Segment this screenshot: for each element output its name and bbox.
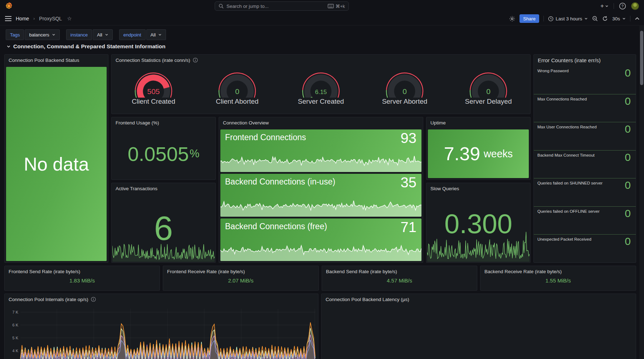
- error-counter-row[interactable]: Queries failed on OFFLINE server0: [534, 207, 636, 235]
- gauge-label: Server Created: [298, 98, 344, 105]
- panel-active-transactions[interactable]: Active Transactions 6: [111, 183, 216, 263]
- active-transactions-sparkline: [112, 234, 215, 262]
- overview-tile-3[interactable]: Backend Connections (free)71: [220, 218, 421, 261]
- panel-rate-1[interactable]: Frontend Send Rate (irate byte/s)1.83 Mi…: [4, 266, 160, 291]
- dashboard-toolbar: Home › ProxySQL ☆ Share Last 3 hours: [0, 12, 644, 25]
- breadcrumb-home[interactable]: Home: [16, 16, 29, 21]
- refresh-icon[interactable]: [602, 16, 608, 21]
- error-counter-row[interactable]: Max Connections Reached0: [534, 94, 636, 123]
- panel-connection-statistics[interactable]: Connection Statistics (irate conn/s) 505…: [111, 54, 531, 114]
- chevron-down-icon: [584, 17, 588, 20]
- grafana-logo-icon[interactable]: [5, 2, 13, 10]
- panel-backend-latency[interactable]: Connection Pool Backend Latency (µs): [321, 294, 636, 359]
- panel-title[interactable]: Frontend Usage (%): [112, 117, 215, 128]
- top-nav-bar: Search or jump to... ⌘+k + ?: [0, 0, 644, 12]
- panel-connection-overview[interactable]: Connection Overview Frontend Connections…: [219, 117, 423, 263]
- panel-rate-3[interactable]: Backend Send Rate (irate byte/s)4.57 MiB…: [322, 266, 477, 291]
- chevron-down-icon: [158, 33, 162, 36]
- error-value: 0: [625, 67, 631, 79]
- error-counter-row[interactable]: Max User Connections Reached0: [534, 122, 636, 151]
- help-icon[interactable]: ?: [619, 3, 626, 10]
- add-menu-button[interactable]: +: [600, 3, 609, 10]
- panel-title[interactable]: Error Counters (irate err/s): [534, 55, 636, 65]
- breadcrumb-current[interactable]: ProxySQL: [39, 16, 62, 21]
- search-icon: [219, 4, 224, 9]
- search-input[interactable]: Search or jump to... ⌘+k: [215, 1, 349, 11]
- gauge-arc: 0: [462, 67, 515, 98]
- panel-title[interactable]: Connection Pool Backend Latency (µs): [322, 294, 636, 305]
- refresh-interval-picker[interactable]: 30s: [612, 16, 626, 21]
- panel-title[interactable]: Backend Send Rate (irate byte/s): [322, 266, 477, 277]
- tile-value: 93: [401, 130, 417, 146]
- gauge-arc: 6.15: [294, 67, 348, 98]
- tile-value: 71: [401, 219, 417, 235]
- panel-uptime[interactable]: Uptime 7.39weeks: [426, 117, 531, 180]
- filter-value-text: All: [97, 32, 102, 38]
- tile-label: Frontend Connections: [225, 133, 306, 142]
- panel-title[interactable]: Connection Overview: [219, 117, 423, 128]
- error-counter-row[interactable]: Queries failed on SHUNNED server0: [534, 178, 636, 207]
- error-counter-row[interactable]: Backend Max Connect Timeout0: [534, 151, 636, 179]
- rate-value: 2.07 MiB/s: [163, 277, 318, 284]
- svg-text:0: 0: [402, 87, 407, 95]
- panel-error-counters[interactable]: Error Counters (irate err/s) Wrong Passw…: [533, 54, 636, 263]
- overview-tile-2[interactable]: Backend Connections (in-use)35: [220, 174, 421, 216]
- user-avatar[interactable]: [631, 2, 639, 10]
- clock-icon: [548, 16, 553, 21]
- filter-value-dropdown[interactable]: All: [93, 29, 112, 40]
- tile-sparkline: [220, 153, 421, 172]
- settings-gear-icon[interactable]: [509, 16, 515, 22]
- error-value: 0: [625, 95, 631, 107]
- panel-title[interactable]: Slow Queries: [426, 183, 530, 194]
- panel-title[interactable]: Connection Statistics (irate conn/s): [112, 55, 530, 65]
- gauge-server-delayed[interactable]: 0Server Delayed: [447, 67, 530, 112]
- svg-text:?: ?: [621, 4, 624, 8]
- filter-value-dropdown[interactable]: balancers: [25, 29, 59, 40]
- info-icon[interactable]: [193, 58, 198, 63]
- filter-label-tags[interactable]: Tags: [6, 29, 24, 40]
- filter-value-dropdown[interactable]: All: [146, 29, 166, 40]
- panel-slow-queries[interactable]: Slow Queries 0.300: [426, 183, 531, 263]
- panel-pool-internals[interactable]: Connection Pool Internals (irate op/s) 7…: [4, 294, 318, 359]
- menu-icon[interactable]: [5, 16, 11, 21]
- gauge-client-aborted[interactable]: 0Client Aborted: [195, 67, 279, 112]
- panel-rate-2[interactable]: Frontend Receive Rate (irate byte/s)2.07…: [163, 266, 319, 291]
- filter-label-instance[interactable]: instance: [66, 29, 92, 40]
- panel-title[interactable]: Backend Receive Rate (irate byte/s): [480, 266, 636, 277]
- scrollbar-track[interactable]: [639, 25, 644, 359]
- error-counter-row[interactable]: Unexpected Packet Received0: [534, 235, 636, 262]
- panel-title[interactable]: Active Transactions: [112, 183, 215, 194]
- panel-rate-4[interactable]: Backend Receive Rate (irate byte/s)1.55 …: [480, 266, 636, 291]
- panel-title[interactable]: Connection Pool Backend Status: [5, 55, 108, 65]
- pool-internals-chart[interactable]: 7 K6 K5 K4 K: [5, 305, 318, 359]
- kiosk-collapse-icon[interactable]: [635, 17, 640, 20]
- share-button[interactable]: Share: [519, 14, 539, 23]
- filter-label-endpoint[interactable]: endpoint: [119, 29, 146, 40]
- favorite-star-icon[interactable]: ☆: [67, 15, 72, 22]
- panel-title[interactable]: Connection Pool Internals (irate op/s): [5, 294, 318, 305]
- panel-frontend-usage[interactable]: Frontend Usage (%) 0.0505%: [111, 117, 216, 180]
- error-counter-row[interactable]: Wrong Password0: [534, 66, 636, 94]
- gauge-label: Server Aborted: [382, 98, 428, 105]
- panel-title-text: Connection Statistics (irate conn/s): [116, 58, 190, 63]
- keyboard-icon: [328, 4, 334, 8]
- panel-backend-status[interactable]: Connection Pool Backend Status No data: [4, 54, 108, 263]
- filter-value-text: All: [151, 32, 156, 38]
- error-label: Unexpected Packet Received: [537, 237, 591, 241]
- overview-tile-1[interactable]: Frontend Connections93: [220, 129, 421, 172]
- zoom-out-icon[interactable]: [592, 16, 598, 21]
- gauge-server-aborted[interactable]: 0Server Aborted: [363, 67, 447, 112]
- panel-title-text: Connection Pool Internals (irate op/s): [9, 297, 88, 302]
- info-icon[interactable]: [91, 297, 96, 302]
- panel-title[interactable]: Frontend Receive Rate (irate byte/s): [163, 266, 318, 277]
- scrollbar-thumb[interactable]: [640, 31, 643, 85]
- panel-title[interactable]: Frontend Send Rate (irate byte/s): [5, 266, 160, 277]
- time-range-picker[interactable]: Last 3 hours: [548, 16, 588, 21]
- gauge-client-created[interactable]: 505Client Created: [112, 67, 195, 112]
- tile-sparkline: [220, 242, 421, 261]
- gauge-server-created[interactable]: 6.15Server Created: [279, 67, 363, 112]
- toolbar-actions: Share Last 3 hours 30s: [509, 12, 640, 25]
- panel-title[interactable]: Uptime: [426, 117, 530, 128]
- uptime-value: 7.39weeks: [426, 128, 530, 180]
- section-header[interactable]: Connection, Command & Prepared Statement…: [6, 43, 165, 50]
